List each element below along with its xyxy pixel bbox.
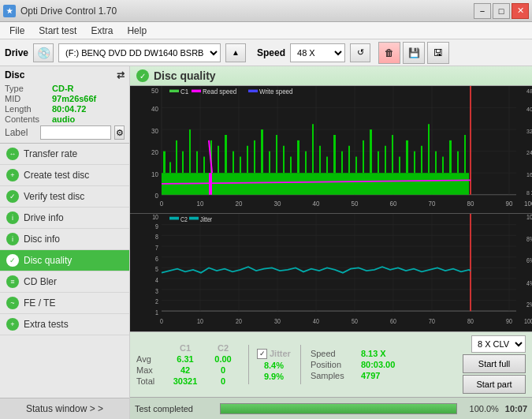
svg-text:C2: C2 [180,215,188,223]
avg-c2-val: 0.00 [206,354,240,364]
charts-area: 0 10 20 30 40 50 0 10 20 30 40 50 60 70 … [130,86,532,331]
avg-row-label: Avg [136,354,165,364]
start-full-button[interactable]: Start full [463,354,526,373]
erase-button[interactable]: 🗑 [378,42,400,64]
disc-arrow-icon[interactable]: ⇄ [117,69,125,80]
drive-select[interactable]: (F:) BENQ DVD DD DW1640 BSRB [58,43,221,62]
menu-file[interactable]: File [3,24,31,38]
max-row-label: Max [136,365,165,375]
time-display: 10:07 [505,404,527,413]
svg-text:100 min: 100 min [524,199,532,208]
svg-text:7: 7 [155,244,158,252]
window-title: Opti Drive Control 1.70 [20,6,117,17]
menu-extra[interactable]: Extra [84,24,119,38]
svg-rect-49 [385,146,386,173]
svg-text:20: 20 [236,199,243,208]
svg-rect-86 [169,90,179,92]
sidebar-item-disc-info[interactable]: i Disc info [0,229,129,250]
speed-clv-select[interactable]: 8 X CLV [471,335,526,353]
speed-select[interactable]: 48 X [290,43,345,62]
svg-text:9: 9 [155,223,158,230]
menu-start-test[interactable]: Start test [32,24,83,38]
svg-text:48 X: 48 X [526,88,532,95]
total-c1-val: 30321 [168,376,203,386]
svg-text:50: 50 [352,199,359,208]
c2-col-label: C2 [206,343,240,353]
svg-text:2%: 2% [526,301,532,309]
svg-text:40: 40 [151,105,158,114]
svg-text:30: 30 [151,126,158,135]
label-row: Label ⚙ [5,125,125,140]
content-area: ✓ Disc quality [130,66,532,419]
svg-rect-38 [305,152,307,174]
svg-rect-36 [290,157,292,174]
svg-text:100 min: 100 min [524,317,532,325]
svg-text:8 X: 8 X [526,189,532,196]
label-gear-icon[interactable]: ⚙ [114,125,125,140]
sidebar-item-drive-info[interactable]: i Drive info [0,208,129,229]
svg-rect-139 [189,216,199,219]
status-window-button[interactable]: Status window > > [0,398,129,419]
sidebar-item-extra-tests[interactable]: + Extra tests [0,314,129,335]
svg-text:24 X: 24 X [526,149,532,157]
svg-rect-40 [319,146,321,173]
c1-chart-svg: 0 10 20 30 40 50 0 10 20 30 40 50 60 70 … [130,86,532,213]
disc-quality-title: Disc quality [154,69,216,82]
sidebar-item-cd-bler[interactable]: ≡ CD Bler [0,271,129,293]
drive-info-label: Drive info [24,212,64,223]
cd-bler-icon: ≡ [6,275,19,288]
sidebar-item-disc-quality[interactable]: ✓ Disc quality [0,250,129,271]
svg-rect-18 [163,152,166,174]
disc-quality-header: ✓ Disc quality [130,66,532,86]
svg-rect-37 [297,140,299,173]
svg-text:6: 6 [155,255,158,263]
svg-text:80: 80 [467,317,474,325]
menu-help[interactable]: Help [121,24,153,38]
sidebar-item-transfer-rate[interactable]: ↔ Transfer rate [0,144,129,165]
drive-icon-btn[interactable]: 💿 [33,43,54,62]
label-input[interactable] [40,125,111,140]
svg-rect-31 [254,140,255,173]
avg-jitter-val: 8.4% [257,361,291,370]
c2-jitter-chart: 1 2 3 4 5 6 7 8 9 10 10% 8% 6% 4% 2% [130,214,532,331]
svg-rect-59 [457,152,459,174]
progress-bar [220,403,457,414]
svg-rect-34 [276,135,277,173]
progress-area: Test completed 100.0% 10:07 [130,397,532,419]
create-test-disc-icon: + [6,169,19,181]
svg-text:C1: C1 [180,88,188,96]
refresh-button[interactable]: ↺ [350,43,370,62]
svg-text:0: 0 [155,192,159,200]
burn-button[interactable]: 💾 [403,42,425,64]
close-button[interactable]: ✕ [512,3,529,19]
contents-value: audio [52,114,75,124]
disc-mid-row: MID 97m26s66f [5,94,125,103]
length-label: Length [5,104,52,114]
max-jitter-val: 9.9% [257,372,291,381]
max-c1-val: 42 [168,365,203,375]
sidebar-item-verify-test-disc[interactable]: ✓ Verify test disc [0,186,129,208]
svg-text:50: 50 [151,87,158,95]
svg-text:40: 40 [313,199,320,208]
minimize-button[interactable]: − [474,3,491,19]
svg-text:40 X: 40 X [526,106,532,114]
eject-button[interactable]: ▲ [225,43,246,62]
svg-rect-55 [428,124,430,173]
maximize-button[interactable]: □ [493,3,510,19]
sidebar: Disc ⇄ Type CD-R MID 97m26s66f Length 80… [0,66,130,419]
sidebar-item-fe-te[interactable]: ~ FE / TE [0,293,129,314]
svg-text:4%: 4% [526,279,532,287]
svg-rect-26 [218,146,219,173]
jitter-checkbox[interactable]: ✓ [257,349,267,359]
sidebar-item-create-test-disc[interactable]: + Create test disc [0,165,129,186]
cd-bler-label: CD Bler [24,276,57,287]
create-test-disc-label: Create test disc [24,170,89,181]
save-button[interactable]: 🖫 [427,42,449,64]
svg-rect-47 [370,129,372,173]
svg-rect-52 [406,140,408,173]
start-part-button[interactable]: Start part [463,375,526,394]
buttons-area: 8 X CLV Start full Start part [463,335,526,394]
transfer-rate-label: Transfer rate [24,148,77,159]
svg-text:Read speed: Read speed [203,88,236,96]
svg-rect-45 [355,157,357,174]
